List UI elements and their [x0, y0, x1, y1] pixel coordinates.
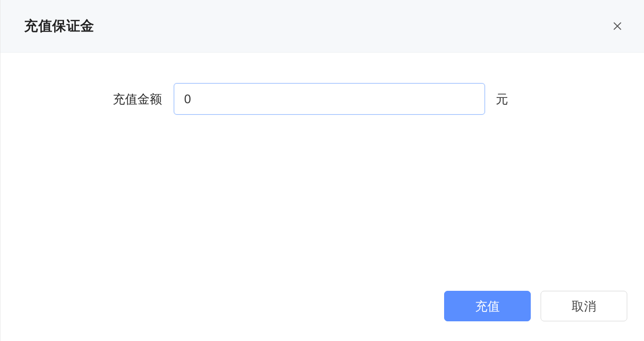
modal-footer: 充值 取消	[0, 291, 644, 341]
recharge-deposit-modal: 充值保证金 充值金额 元 充值 取消	[0, 0, 644, 341]
cancel-button[interactable]: 取消	[541, 291, 627, 321]
amount-row: 充值金额 元	[24, 83, 620, 115]
close-icon	[612, 21, 622, 31]
amount-unit: 元	[496, 91, 508, 107]
modal-title: 充值保证金	[24, 17, 95, 35]
modal-header: 充值保证金	[0, 0, 644, 53]
amount-input-wrap: 元	[174, 83, 508, 115]
amount-label: 充值金额	[24, 91, 162, 107]
confirm-button[interactable]: 充值	[444, 291, 531, 321]
amount-input[interactable]	[174, 83, 485, 115]
close-button[interactable]	[611, 19, 624, 33]
modal-body: 充值金额 元	[0, 53, 644, 291]
